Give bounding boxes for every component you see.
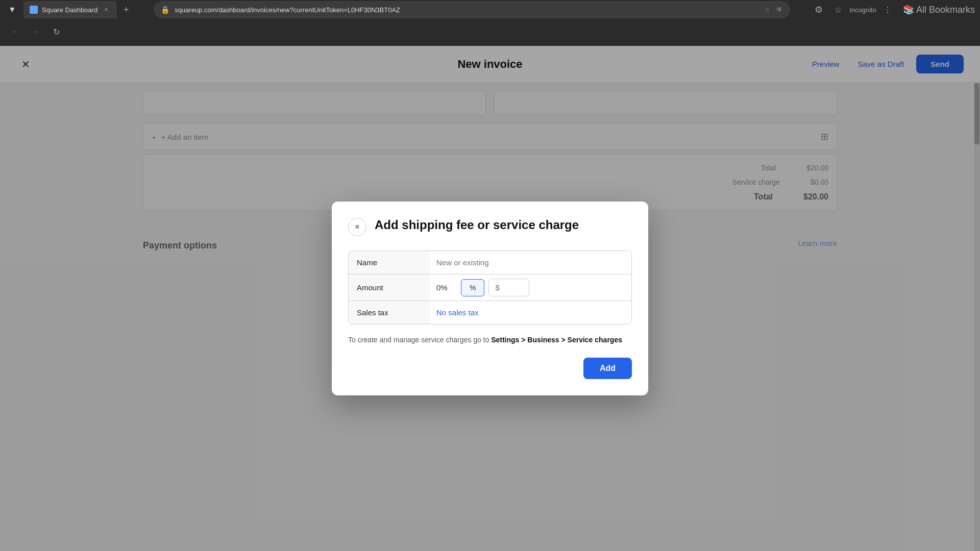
app-content: ✕ New invoice Preview Save as Draft Send…	[0, 46, 980, 551]
name-row: Name	[349, 251, 631, 274]
info-path: Settings > Business > Service charges	[491, 336, 622, 344]
modal-title: Add shipping fee or service charge	[375, 218, 579, 233]
browser-tab[interactable]: Square Dashboard ×	[23, 1, 117, 18]
bookmark-btn[interactable]: ☆	[830, 2, 846, 18]
tab-favicon	[30, 6, 38, 14]
amount-input-cell: 0% %	[430, 274, 631, 300]
incognito-badge: Incognito	[849, 6, 876, 14]
sales-tax-row: Sales tax No sales tax	[349, 301, 631, 324]
bookmarks-bar-icon: 📚 All Bookmarks	[903, 4, 975, 15]
name-input-cell	[430, 251, 631, 274]
tab-close-btn[interactable]: ×	[102, 5, 111, 14]
address-url[interactable]: squareup.com/dashboard/invoices/new?curr…	[175, 6, 759, 14]
modal-overlay: × Add shipping fee or service charge Nam…	[0, 46, 980, 551]
name-label: Name	[349, 251, 430, 274]
sales-tax-link[interactable]: No sales tax	[436, 308, 479, 317]
amount-label: Amount	[349, 274, 430, 300]
reload-btn[interactable]: ↻	[48, 23, 64, 40]
modal-dialog: × Add shipping fee or service charge Nam…	[332, 202, 648, 395]
modal-header: × Add shipping fee or service charge	[348, 218, 632, 236]
tab-bar: ▼ Square Dashboard × + 🔒 squareup.com/da…	[0, 0, 980, 19]
amount-row: Amount 0% %	[349, 274, 631, 301]
browser-chrome: ▼ Square Dashboard × + 🔒 squareup.com/da…	[0, 0, 980, 46]
profile-menu-btn[interactable]: ▼	[5, 3, 19, 17]
tab-title: Square Dashboard	[42, 6, 97, 14]
menu-btn[interactable]: ⋮	[879, 2, 896, 18]
modal-close-btn[interactable]: ×	[348, 218, 366, 236]
star-icon[interactable]: ☆	[764, 6, 771, 14]
back-btn[interactable]: ←	[7, 23, 23, 40]
dollar-input[interactable]	[488, 279, 529, 296]
modal-footer: Add	[348, 358, 632, 379]
modal-info-text: To create and manage service charges go …	[348, 335, 632, 345]
new-tab-btn[interactable]: +	[119, 3, 133, 17]
amount-controls: 0% %	[436, 279, 625, 296]
nav-bar: ← → ↻	[0, 19, 980, 44]
info-prefix: To create and manage service charges go …	[348, 336, 491, 344]
forward-btn[interactable]: →	[28, 23, 44, 40]
secure-icon: 🔒	[161, 6, 169, 14]
extensions-btn[interactable]: ⚙	[811, 2, 827, 18]
percent-btn[interactable]: %	[461, 279, 484, 296]
add-btn[interactable]: Add	[583, 358, 632, 379]
sales-tax-input-cell: No sales tax	[430, 301, 631, 324]
name-input[interactable]	[436, 258, 625, 267]
form-table: Name Amount 0% %	[348, 251, 632, 324]
amount-value-display: 0%	[436, 283, 457, 292]
incognito-label: Incognito	[849, 6, 876, 14]
eye-slash-icon: 👁	[776, 6, 783, 14]
sales-tax-label: Sales tax	[349, 301, 430, 324]
